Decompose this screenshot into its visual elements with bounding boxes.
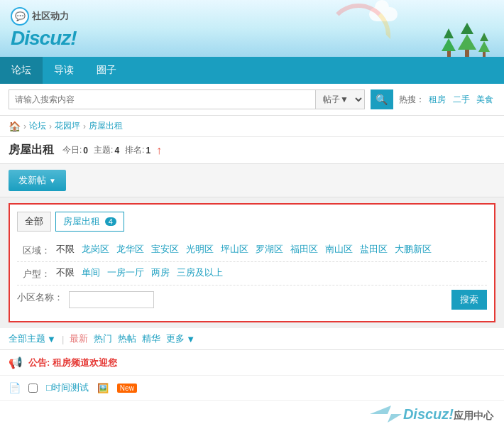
area-option-3[interactable]: 宝安区 — [151, 243, 179, 256]
site-logo[interactable]: 💬 社区动力 Discuz! — [11, 7, 77, 50]
hot-search-3[interactable]: 美食 — [476, 94, 493, 104]
thread-checkbox[interactable] — [28, 384, 38, 393]
topic-stat: 主题: 4 — [94, 144, 119, 157]
home-icon[interactable]: 🏠 — [9, 121, 21, 132]
sort-hot-posts[interactable]: 热帖 — [118, 332, 136, 345]
area-option-5[interactable]: 坪山区 — [221, 243, 248, 256]
page-header: 💬 社区动力 Discuz! — [0, 0, 504, 57]
filter-tabs: 全部 房屋出租 4 — [17, 212, 487, 232]
filter-tab-all[interactable]: 全部 — [17, 212, 51, 232]
filter-row-community: 小区名称： 搜索 — [17, 286, 487, 314]
logo-circle: 💬 — [11, 7, 29, 26]
community-input[interactable] — [69, 291, 154, 308]
discuz-watermark: Discuz!应用中心 addon.dismall.com — [366, 404, 493, 424]
logo-en-text: Discuz! — [11, 27, 77, 50]
announce-icon: 📢 — [9, 356, 23, 369]
table-row: 📢 公告: 租房频道欢迎您 — [0, 350, 504, 376]
watermark-logo: Discuz!应用中心 — [366, 404, 493, 424]
rank-stat: 排名: 1 — [125, 144, 150, 157]
area-option-8[interactable]: 南山区 — [325, 243, 353, 256]
nav-item-circle[interactable]: 圈子 — [85, 57, 128, 84]
breadcrumb-forum[interactable]: 论坛 — [29, 120, 46, 132]
rank-up-icon: ↑ — [156, 144, 162, 157]
house-options: 不限 单间 一房一厅 两房 三房及以上 — [56, 266, 487, 279]
area-option-6[interactable]: 罗湖区 — [256, 243, 283, 256]
logo-icon: 💬 — [15, 11, 26, 21]
sort-newest[interactable]: 最新 — [70, 332, 88, 345]
tree-3 — [478, 33, 490, 57]
watermark-brand-text: Discuz!应用中心 — [403, 406, 493, 423]
area-option-2[interactable]: 龙华区 — [116, 243, 144, 256]
thread-title-normal[interactable]: □时间测试 — [46, 381, 89, 394]
community-label: 小区名称： — [17, 290, 69, 304]
tree-1 — [442, 28, 456, 57]
filter-tab-active[interactable]: 房屋出租 4 — [55, 212, 124, 232]
breadcrumb-huayuanping[interactable]: 花园坪 — [55, 120, 80, 132]
area-option-1[interactable]: 龙岗区 — [82, 243, 109, 256]
area-option-7[interactable]: 福田区 — [290, 243, 318, 256]
sort-bar: 全部主题▼ | 最新 热门 热帖 精华 更多▼ — [0, 328, 504, 350]
sort-hot[interactable]: 热门 — [94, 332, 112, 345]
filter-row-house: 户型： 不限 单间 一房一厅 两房 三房及以上 — [17, 262, 487, 286]
search-bar: 帖子▼ 🔍 热搜： 租房 二手 美食 — [0, 84, 504, 116]
new-post-button[interactable]: 发新帖 ▼ — [9, 170, 66, 191]
nav-item-forum[interactable]: 论坛 — [0, 57, 43, 84]
thread-title-announce[interactable]: 公告: 租房频道欢迎您 — [28, 357, 117, 369]
house-option-4[interactable]: 三房及以上 — [177, 266, 223, 279]
thread-list: 📢 公告: 租房频道欢迎您 📄 □时间测试 🖼️ New Discuz!应用中心… — [0, 350, 504, 424]
filter-panel: 全部 房屋出租 4 区域： 不限 龙岗区 龙华区 宝安区 光明区 坪山区 罗湖区… — [9, 203, 495, 322]
new-post-dropdown-arrow: ▼ — [49, 177, 56, 185]
search-input-wrap: 帖子▼ — [9, 89, 365, 109]
logo-cn-text: 社区动力 — [32, 10, 69, 23]
filter-tab-badge: 4 — [105, 217, 116, 226]
new-badge: New — [117, 384, 137, 393]
community-input-row: 搜索 — [69, 290, 487, 310]
thread-doc-icon: 📄 — [9, 382, 23, 393]
nav-bar: 论坛 导读 圈子 — [0, 57, 504, 84]
thread-image-icon: 🖼️ — [97, 383, 109, 393]
breadcrumb: 🏠 › 论坛 › 花园坪 › 房屋出租 — [0, 116, 504, 137]
search-input[interactable] — [9, 90, 315, 109]
nav-item-guide[interactable]: 导读 — [43, 57, 85, 84]
area-options: 不限 龙岗区 龙华区 宝安区 光明区 坪山区 罗湖区 福田区 南山区 盐田区 大… — [56, 243, 487, 256]
table-row: 📄 □时间测试 🖼️ New — [0, 376, 504, 401]
forum-title-bar: 房屋出租 今日: 0 主题: 4 排名: 1 ↑ — [0, 137, 504, 164]
house-option-1[interactable]: 单间 — [82, 266, 100, 279]
house-label: 户型： — [17, 266, 56, 281]
area-label: 区域： — [17, 243, 56, 257]
area-option-9[interactable]: 盐田区 — [360, 243, 388, 256]
hot-search-2[interactable]: 二手 — [453, 94, 470, 104]
house-option-3[interactable]: 两房 — [151, 266, 170, 279]
watermark-arrow-icon — [366, 404, 402, 424]
search-button[interactable]: 🔍 — [371, 89, 393, 109]
tree-2 — [458, 23, 476, 57]
watermark-area: Discuz!应用中心 addon.dismall.com — [0, 401, 504, 424]
action-bar: 发新帖 ▼ — [0, 164, 504, 197]
scenery-decoration — [442, 23, 490, 57]
forum-title: 房屋出租 — [9, 143, 54, 158]
today-stat: 今日: 0 — [62, 144, 88, 157]
filter-row-area: 区域： 不限 龙岗区 龙华区 宝安区 光明区 坪山区 罗湖区 福田区 南山区 盐… — [17, 239, 487, 262]
hot-search: 热搜： 租房 二手 美食 — [399, 94, 495, 106]
sort-all-topics[interactable]: 全部主题▼ — [9, 332, 56, 345]
house-option-0[interactable]: 不限 — [56, 266, 75, 279]
hot-search-1[interactable]: 租房 — [429, 94, 446, 104]
house-option-2[interactable]: 一房一厅 — [107, 266, 144, 279]
breadcrumb-current[interactable]: 房屋出租 — [89, 120, 123, 132]
area-option-0[interactable]: 不限 — [56, 243, 75, 256]
area-option-4[interactable]: 光明区 — [186, 243, 214, 256]
sort-essence[interactable]: 精华 — [142, 332, 160, 345]
search-type-select[interactable]: 帖子▼ — [315, 90, 364, 109]
sort-more[interactable]: 更多▼ — [166, 332, 195, 345]
filter-search-button[interactable]: 搜索 — [451, 290, 487, 310]
forum-stats: 今日: 0 主题: 4 排名: 1 ↑ — [62, 144, 162, 157]
area-option-10[interactable]: 大鹏新区 — [395, 243, 432, 256]
